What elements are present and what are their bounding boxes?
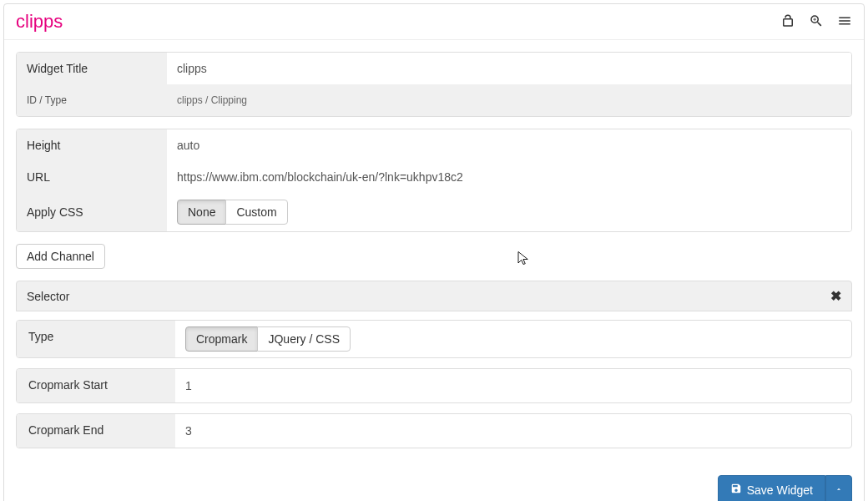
save-widget-label: Save Widget xyxy=(747,483,813,497)
url-label: URL xyxy=(17,161,167,193)
cropmark-start-value[interactable]: 1 xyxy=(175,369,851,402)
caret-up-icon xyxy=(835,483,843,496)
cropmark-start-label: Cropmark Start xyxy=(17,369,175,402)
widget-title-label: Widget Title xyxy=(17,53,167,84)
selector-type-toggle: Cropmark JQuery / CSS xyxy=(185,326,351,352)
header-toolbar xyxy=(780,13,852,31)
applycss-none-button[interactable]: None xyxy=(177,200,226,225)
close-icon[interactable]: ✖ xyxy=(830,288,841,304)
selector-type-row: Type Cropmark JQuery / CSS xyxy=(16,320,852,358)
selector-body: Type Cropmark JQuery / CSS Cropmark Star… xyxy=(16,311,852,448)
widget-title-value[interactable]: clipps xyxy=(167,53,851,84)
applycss-label: Apply CSS xyxy=(17,193,167,231)
applycss-toggle: None Custom xyxy=(177,200,288,225)
save-widget-dropdown-button[interactable] xyxy=(825,475,852,501)
selector-type-label: Type xyxy=(17,321,175,357)
selector-header: Selector ✖ xyxy=(16,281,852,311)
panel-header: clipps xyxy=(4,4,864,40)
applycss-value: None Custom xyxy=(167,193,851,231)
height-label: Height xyxy=(17,129,167,161)
panel-body: Widget Title clipps ID / Type clipps / C… xyxy=(4,40,864,501)
footer-actions: Save Widget xyxy=(16,458,852,501)
height-value[interactable]: auto xyxy=(167,129,851,161)
panel-title: clipps xyxy=(16,11,780,33)
widget-idtype-label: ID / Type xyxy=(17,84,167,116)
cropmark-end-row: Cropmark End 3 xyxy=(16,413,852,448)
save-icon xyxy=(730,483,742,497)
add-channel-button[interactable]: Add Channel xyxy=(16,244,105,269)
cropmark-end-label: Cropmark End xyxy=(17,414,175,448)
add-channel-wrap: Add Channel xyxy=(16,244,852,269)
selector-type-value: Cropmark JQuery / CSS xyxy=(175,321,851,357)
save-widget-split: Save Widget xyxy=(718,475,852,501)
url-value[interactable]: https://www.ibm.com/blockchain/uk-en/?ln… xyxy=(167,161,851,193)
cropmark-start-row: Cropmark Start 1 xyxy=(16,368,852,403)
selector-type-jquery-button[interactable]: JQuery / CSS xyxy=(257,326,351,352)
selector-type-cropmark-button[interactable]: Cropmark xyxy=(185,326,258,352)
widget-config-section: Height auto URL https://www.ibm.com/bloc… xyxy=(16,129,852,232)
widget-idtype-value: clipps / Clipping xyxy=(167,84,851,116)
widget-title-section: Widget Title clipps ID / Type clipps / C… xyxy=(16,52,852,117)
menu-icon[interactable] xyxy=(837,13,852,31)
zoom-icon[interactable] xyxy=(809,13,824,31)
unlock-icon[interactable] xyxy=(780,13,795,31)
widget-editor-panel: clipps Widget Title clipps ID / Type cli… xyxy=(3,3,865,501)
applycss-custom-button[interactable]: Custom xyxy=(225,200,287,225)
cropmark-end-value[interactable]: 3 xyxy=(175,414,851,448)
selector-header-title: Selector xyxy=(27,290,830,303)
save-widget-button[interactable]: Save Widget xyxy=(718,475,825,501)
